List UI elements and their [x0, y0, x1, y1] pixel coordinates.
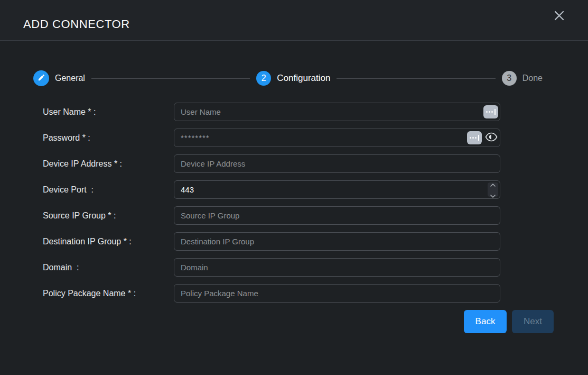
username-input-wrap [174, 103, 500, 121]
chevron-up-icon [490, 179, 496, 189]
form-row-destination-ip-group: Destination IP Group * : [0, 232, 588, 251]
form-row-device-port: Device Port : [0, 180, 588, 199]
username-label: User Name * : [0, 107, 174, 117]
close-button[interactable] [553, 11, 565, 22]
configuration-form: User Name * : Password * : [0, 103, 588, 303]
wizard-stepper: General 2 Configuration 3 Done [0, 70, 588, 86]
device-port-input[interactable] [174, 180, 500, 199]
port-stepper[interactable] [488, 182, 498, 197]
domain-input-wrap [174, 258, 500, 277]
source-ip-group-input-wrap [174, 206, 500, 225]
form-row-password: Password * : [0, 129, 588, 147]
step-general-label: General [55, 74, 85, 83]
ellipsis-cursor-icon [486, 111, 488, 113]
device-port-input-wrap [174, 180, 500, 199]
destination-ip-group-label: Destination IP Group * : [0, 237, 174, 246]
form-row-device-ip: Device IP Address * : [0, 154, 588, 173]
username-ellipsis-button[interactable] [483, 105, 498, 118]
form-row-policy-package: Policy Package Name * : [0, 284, 588, 303]
stepper-connector [337, 78, 495, 79]
step-configuration[interactable]: 2 Configuration [256, 71, 330, 86]
step-general[interactable]: General [33, 70, 85, 86]
device-ip-label: Device IP Address * : [0, 159, 174, 169]
step-done-label: Done [522, 74, 543, 83]
pencil-icon [38, 74, 45, 84]
password-ellipsis-button[interactable] [467, 131, 482, 144]
close-icon [554, 11, 564, 22]
source-ip-group-label: Source IP Group * : [0, 211, 174, 221]
form-row-domain: Domain : [0, 258, 588, 277]
password-input-wrap [174, 129, 500, 147]
password-input[interactable] [174, 129, 500, 147]
username-input[interactable] [174, 103, 500, 121]
step-general-circle [33, 70, 49, 86]
stepper-connector [91, 78, 250, 79]
policy-package-input[interactable] [174, 284, 500, 303]
policy-package-input-wrap [174, 284, 500, 303]
device-ip-input[interactable] [174, 154, 500, 173]
step-done-circle: 3 [502, 71, 517, 86]
form-row-source-ip-group: Source IP Group * : [0, 206, 588, 225]
next-button[interactable]: Next [512, 310, 554, 333]
password-reveal-button[interactable] [484, 132, 498, 144]
ellipsis-cursor-icon [470, 137, 471, 139]
modal-header: ADD CONNECTOR [0, 0, 588, 41]
device-port-label: Device Port : [0, 185, 174, 195]
page-title: ADD CONNECTOR [23, 17, 130, 31]
device-ip-input-wrap [174, 154, 500, 173]
form-row-username: User Name * : [0, 103, 588, 121]
destination-ip-group-input[interactable] [174, 232, 500, 251]
step-done: 3 Done [502, 71, 543, 86]
step-configuration-label: Configuration [277, 73, 330, 84]
eye-icon [485, 132, 498, 143]
destination-ip-group-input-wrap [174, 232, 500, 251]
domain-input[interactable] [174, 258, 500, 277]
chevron-down-icon [490, 190, 496, 200]
wizard-footer: Back Next [0, 310, 588, 333]
step-configuration-circle: 2 [256, 71, 271, 86]
source-ip-group-input[interactable] [174, 206, 500, 225]
domain-label: Domain : [0, 263, 174, 272]
policy-package-label: Policy Package Name * : [0, 289, 174, 298]
password-label: Password * : [0, 133, 174, 143]
back-button[interactable]: Back [464, 310, 507, 333]
